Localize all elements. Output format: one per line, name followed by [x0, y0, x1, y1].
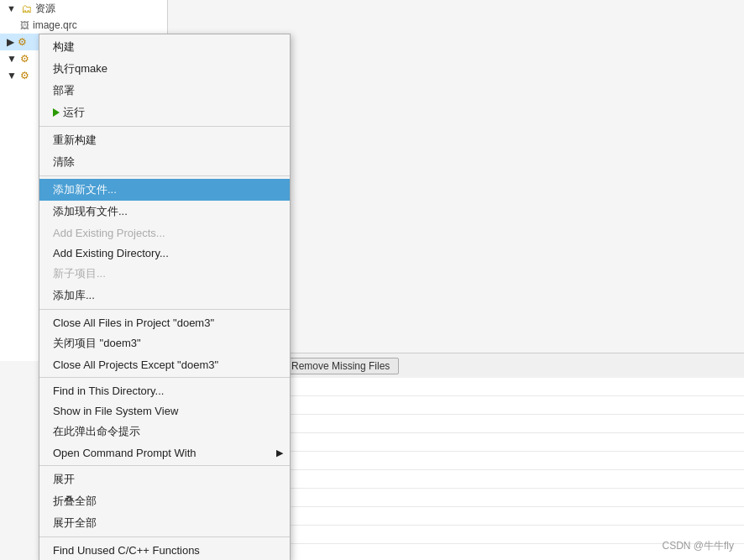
gear-icon-2: ⚙ — [20, 53, 29, 65]
gear-icon-3: ⚙ — [20, 70, 29, 81]
menu-item-find-in-dir[interactable]: Find in This Directory... — [39, 380, 290, 400]
remove-missing-button[interactable]: Remove Missing Files — [282, 358, 399, 374]
tree-item-image-qrc[interactable]: 🖼 image.qrc — [0, 17, 167, 34]
menu-item-label-add-existing-file: 添加现有文件... — [53, 204, 128, 219]
menu-item-label-deploy: 部署 — [53, 83, 75, 98]
menu-item-show-in-fs[interactable]: Show in File System View — [39, 400, 290, 421]
menu-separator-23 — [39, 465, 290, 466]
menu-item-rebuild[interactable]: 重新构建 — [39, 129, 290, 151]
menu-item-new-subproject: 新子项目... — [39, 263, 290, 285]
menu-item-clean[interactable]: 清除 — [39, 151, 290, 173]
menu-item-label-find-in-dir: Find in This Directory... — [53, 385, 164, 397]
menu-item-label-show-in-fs: Show in File System View — [53, 405, 178, 417]
resources-label: 资源 — [35, 2, 55, 16]
menu-item-label-expand-all: 展开全部 — [53, 516, 97, 531]
menu-item-label-collapse-all: 折叠全部 — [53, 494, 97, 509]
menu-item-label-run-qmake: 执行qmake — [53, 61, 107, 76]
menu-item-label-command-prompt: 在此弹出命令提示 — [53, 424, 140, 439]
context-menu: 构建执行qmake部署运行重新构建清除添加新文件...添加现有文件...Add … — [39, 34, 291, 560]
menu-separator-4 — [39, 126, 290, 127]
menu-separator-14 — [39, 309, 290, 310]
menu-item-label-expand: 展开 — [53, 472, 75, 487]
menu-item-find-unused[interactable]: Find Unused C/C++ Functions — [39, 540, 290, 560]
tree-item-resources[interactable]: ▼ 🗂 资源 — [0, 0, 167, 17]
menu-item-label-close-project: 关闭项目 "doem3" — [53, 336, 141, 351]
menu-item-close-project[interactable]: 关闭项目 "doem3" — [39, 332, 290, 354]
menu-item-label-add-existing-projects: Add Existing Projects... — [53, 227, 165, 239]
menu-separator-7 — [39, 175, 290, 176]
menu-separator-27 — [39, 536, 290, 537]
menu-item-run-qmake[interactable]: 执行qmake — [39, 58, 290, 80]
menu-item-label-run: 运行 — [63, 105, 85, 120]
menu-item-label-clean: 清除 — [53, 154, 75, 170]
menu-item-close-all-files[interactable]: Close All Files in Project "doem3" — [39, 312, 290, 332]
watermark: CSDN @牛牛fly — [662, 539, 734, 553]
menu-separator-18 — [39, 377, 290, 378]
menu-item-command-prompt[interactable]: 在此弹出命令提示 — [39, 421, 290, 442]
menu-item-label-add-existing-dir: Add Existing Directory... — [53, 247, 169, 259]
menu-item-collapse-all[interactable]: 折叠全部 — [39, 490, 290, 512]
menu-item-expand-all[interactable]: 展开全部 — [39, 512, 290, 534]
gear-icon-1: ⚙ — [18, 36, 27, 48]
file-icon: 🖼 — [20, 20, 29, 30]
menu-item-label-new-subproject: 新子项目... — [53, 266, 106, 281]
menu-item-label-add-library: 添加库... — [53, 288, 95, 303]
menu-item-add-existing-dir[interactable]: Add Existing Directory... — [39, 243, 290, 263]
expand-icon-3: ▼ — [7, 70, 17, 81]
menu-item-add-library[interactable]: 添加库... — [39, 285, 290, 306]
menu-item-label-build: 构建 — [53, 39, 75, 55]
menu-item-label-add-new-file: 添加新文件... — [53, 182, 117, 197]
folder-icon: ▼ — [7, 3, 16, 13]
menu-item-label-rebuild: 重新构建 — [53, 133, 97, 148]
menu-item-add-existing-file[interactable]: 添加现有文件... — [39, 201, 290, 222]
submenu-arrow-open-cmd-with: ▶ — [276, 447, 283, 458]
menu-item-close-other-projects[interactable]: Close All Projects Except "doem3" — [39, 354, 290, 374]
menu-item-deploy[interactable]: 部署 — [39, 80, 290, 102]
play-icon — [53, 108, 60, 117]
menu-item-run[interactable]: 运行 — [39, 102, 290, 123]
menu-item-label-close-other-projects: Close All Projects Except "doem3" — [53, 359, 218, 371]
menu-item-build[interactable]: 构建 — [39, 36, 290, 58]
expand-icon-1: ▶ — [7, 36, 14, 48]
menu-item-label-close-all-files: Close All Files in Project "doem3" — [53, 317, 214, 329]
menu-item-add-new-file[interactable]: 添加新文件... — [39, 179, 290, 201]
menu-item-label-find-unused: Find Unused C/C++ Functions — [53, 544, 200, 557]
menu-item-add-existing-projects: Add Existing Projects... — [39, 222, 290, 243]
menu-item-expand[interactable]: 展开 — [39, 468, 290, 490]
menu-item-label-open-cmd-with: Open Command Prompt With — [53, 447, 196, 459]
image-qrc-label: image.qrc — [33, 19, 77, 31]
resources-icon: 🗂 — [21, 3, 32, 15]
menu-item-open-cmd-with[interactable]: Open Command Prompt With▶ — [39, 442, 290, 463]
expand-icon-2: ▼ — [7, 53, 17, 65]
